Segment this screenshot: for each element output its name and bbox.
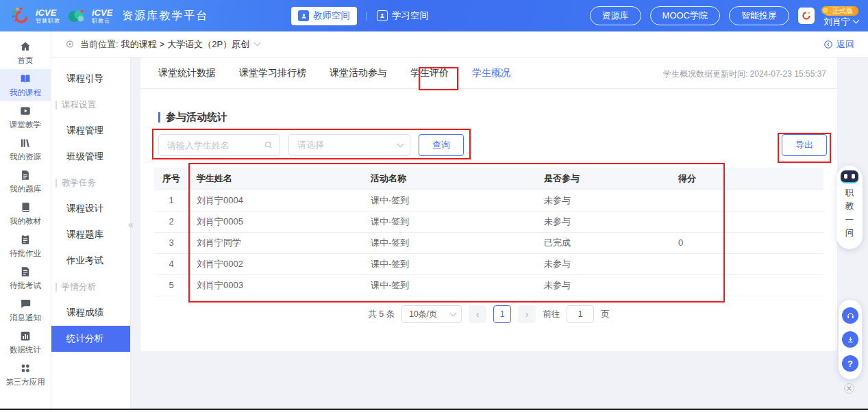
course-sidebar: 课程引导 课程设置 课程管理 班级管理 教学任务 课程设计 课程题库 作业考试 … [51,57,131,409]
rail-item-message-notifications[interactable]: 消息通知 [0,294,51,326]
tab-classroom-stats[interactable]: 课堂统计数据 [158,67,216,79]
breadcrumb-bar: 当前位置: 我的课程 > 大学语文（2P）原创 返回 [51,31,868,57]
table-row: 3 刘肖宁同学 课中-签到 已完成 0 [154,232,823,253]
table-row: 2 刘肖宁0005 课中-签到 未参与 [154,211,823,232]
textbook-icon [19,201,32,214]
cell-student-name: 刘肖宁0004 [188,190,362,211]
tab-student-evaluation[interactable]: 学生评价 [410,67,449,79]
rail-label: 首页 [18,55,34,66]
back-button[interactable]: 返回 [823,38,854,51]
rail-item-third-party-apps[interactable]: 第三方应用 [0,359,51,391]
search-icon [264,140,273,150]
teacher-space-button[interactable]: 教师空间 [291,7,357,25]
close-icon [847,386,852,391]
sidebar-item-homework-exam[interactable]: 作业考试 [51,248,130,274]
section-bar [55,101,57,110]
rail-item-my-textbooks[interactable]: 我的教材 [0,198,51,230]
section-bar [55,179,57,188]
smart-cast-label: 智能投屏 [741,10,777,22]
current-page-button[interactable]: 1 [493,305,511,323]
ai-assistant-widget[interactable]: 职教一问 [836,166,863,249]
headset-icon [846,311,855,320]
sidebar-item-course-management[interactable]: 课程管理 [51,118,130,144]
rail-item-pending-homework[interactable]: 待批作业 [0,230,51,262]
learning-space-link[interactable]: 学习空间 [377,10,429,22]
rail-item-my-question-bank[interactable]: 我的题库 [0,166,51,198]
top-header: iCVE 智慧职教 iCVE 职教云 资源库教学平台 教师空间 [0,0,868,31]
bookshelf-icon [19,137,32,149]
sidebar-item-statistics-analysis[interactable]: 统计分析 [51,326,130,352]
exam-paper-icon [19,266,32,278]
icve-zhijiaoyun-logo-icon [66,5,86,26]
assistant-label: 职教一问 [845,187,855,240]
avatar-logo-icon [801,10,812,21]
nav-divider [367,12,367,21]
breadcrumb-root[interactable]: 我的课程 [121,38,157,51]
medal-icon [821,6,830,14]
avatar[interactable] [798,8,815,24]
tab-learning-ranking[interactable]: 课堂学习排行榜 [239,67,306,79]
rail-label: 第三方应用 [5,377,45,387]
course-switch-chevron-icon[interactable] [254,40,261,47]
breadcrumb-separator: > [160,39,165,49]
rail-item-my-resources[interactable]: 我的资源 [0,133,51,166]
mooc-college-button[interactable]: MOOC学院 [650,6,720,25]
activity-select[interactable]: 请选择 [288,134,410,156]
cell-student-name: 刘肖宁0003 [188,274,362,296]
rail-item-classroom-teaching[interactable]: 课堂教学 [0,101,51,133]
goto-page-input[interactable] [567,305,594,323]
rail-item-data-statistics[interactable]: 数据统计 [0,326,51,359]
tab-student-overview[interactable]: 学生概况 [472,67,510,79]
rail-item-home[interactable]: 首页 [0,37,51,69]
participation-table: 序号 学生姓名 活动名称 是否参与 得分 1 刘肖宁0004 课中-签到 未参与 [154,168,823,296]
next-page-button[interactable]: › [518,305,536,323]
close-toolbar-button[interactable] [844,383,854,394]
smart-cast-button[interactable]: 智能投屏 [729,6,789,25]
table-row: 1 刘肖宁0004 课中-签到 未参与 [154,190,823,211]
cell-participated: 未参与 [536,253,670,274]
sidebar-collapse-icon[interactable]: « [128,219,134,230]
brand2-name: iCVE [92,8,112,17]
chat-bubble-icon [19,298,32,310]
user-name-label: 刘肖宁 [823,17,850,26]
resource-library-button[interactable]: 资源库 [590,6,641,25]
prev-page-button[interactable]: ‹ [469,305,486,323]
user-menu[interactable]: 刘肖宁 [823,17,858,26]
query-button[interactable]: 查询 [419,134,464,156]
homework-clipboard-icon [19,233,32,246]
sidebar-item-course-guide[interactable]: 课程引导 [51,66,130,92]
download-button[interactable] [842,331,858,348]
cell-participated: 未参与 [536,190,670,211]
header-actions: 资源库 MOOC学院 智能投屏 正式版 刘肖宁 [590,6,858,26]
menu-label: 课程管理 [66,125,103,137]
sidebar-item-class-management[interactable]: 班级管理 [51,144,130,170]
page-size-chevron-icon [450,309,457,316]
page-size-select[interactable]: 10条/页 [401,305,462,323]
back-label: 返回 [836,38,854,51]
rail-label: 我的资源 [10,152,41,162]
app-title: 资源库教学平台 [122,9,208,23]
rail-label: 我的教材 [10,216,41,227]
location-pin-icon [65,40,75,49]
help-button[interactable]: ? [842,355,858,372]
customer-service-button[interactable] [842,307,858,324]
student-name-search-input[interactable] [159,135,280,155]
menu-label: 课程题库 [66,229,103,241]
sidebar-item-course-design[interactable]: 课程设计 [51,196,130,222]
home-icon [19,40,32,53]
menu-label: 作业考试 [66,255,103,267]
table-row: 5 刘肖宁0003 课中-签到 未参与 [154,274,823,296]
page: iCVE 智慧职教 iCVE 职教云 资源库教学平台 教师空间 [0,0,868,412]
brand1-name: iCVE [36,8,60,17]
tab-activity-participation[interactable]: 课堂活动参与 [330,67,387,79]
breadcrumb-current-course[interactable]: 大学语文（2P）原创 [167,38,249,51]
menu-label: 课程设计 [66,203,103,215]
rail-item-pending-exams[interactable]: 待批考试 [0,262,51,294]
rail-label: 数据统计 [10,345,41,355]
sidebar-item-course-grades[interactable]: 课程成绩 [51,300,130,326]
rail-item-my-courses[interactable]: 我的课程 [0,69,51,101]
export-button[interactable]: 导出 [782,134,827,156]
learning-space-label: 学习空间 [392,10,429,22]
goto-prefix-label: 前往 [543,309,560,320]
sidebar-item-course-question-bank[interactable]: 课程题库 [51,222,130,248]
